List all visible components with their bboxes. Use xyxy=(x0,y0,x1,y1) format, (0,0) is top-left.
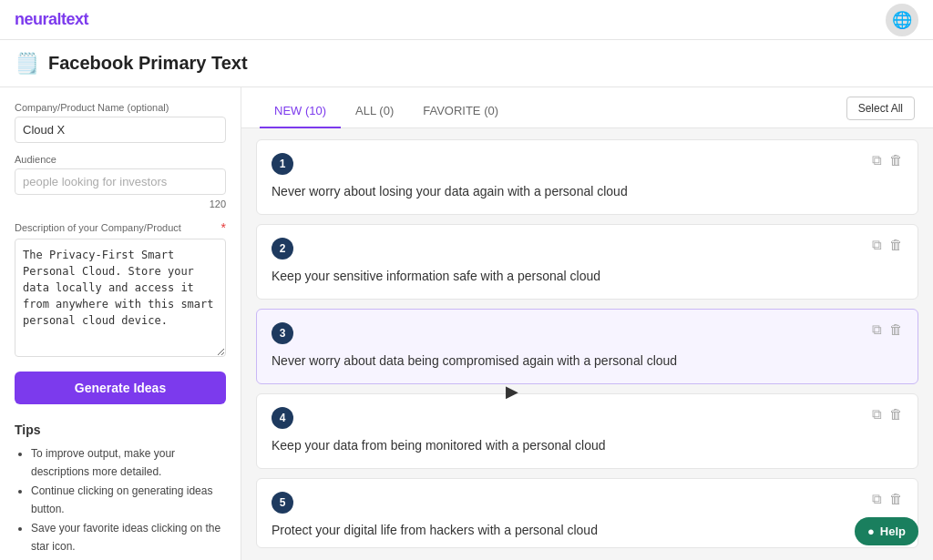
logo-prefix: neural xyxy=(15,10,61,28)
idea-card-4: 4 ⧉ 🗑 Keep your data from being monitore… xyxy=(256,393,918,469)
tip-1: To improve output, make your description… xyxy=(31,444,226,482)
tab-favorite[interactable]: FAVORITE (0) xyxy=(408,97,513,128)
idea-number-2: 2 xyxy=(272,238,293,260)
description-group: Description of your Company/Product * Th… xyxy=(15,220,226,357)
idea-3-copy-button[interactable]: ⧉ xyxy=(872,322,882,336)
page-title-bar: 🗒️ Facebook Primary Text xyxy=(0,40,933,87)
tip-2: Continue clicking on generating ideas bu… xyxy=(31,482,226,519)
tips-list: To improve output, make your description… xyxy=(15,444,226,555)
idea-4-text: Keep your data from being monitored with… xyxy=(272,436,903,455)
content-header: NEW (10) ALL (0) FAVORITE (0) Select All xyxy=(241,87,933,128)
idea-number-5: 5 xyxy=(272,492,293,514)
audience-group: Audience xyxy=(15,154,226,195)
idea-number-4: 4 xyxy=(272,407,293,429)
tip-3: Save your favorite ideas clicking on the… xyxy=(31,519,226,556)
audience-label: Audience xyxy=(15,154,226,165)
description-textarea[interactable]: The Privacy-First Smart Personal Cloud. … xyxy=(15,239,226,357)
tab-new[interactable]: NEW (10) xyxy=(260,97,341,128)
help-label: Help xyxy=(880,524,906,538)
description-label: Description of your Company/Product xyxy=(15,222,181,233)
tab-all[interactable]: ALL (0) xyxy=(341,97,408,128)
idea-card-2-header: 2 ⧉ 🗑 xyxy=(272,238,903,260)
logo: neuraltext xyxy=(15,10,88,29)
idea-card-2: 2 ⧉ 🗑 Keep your sensitive information sa… xyxy=(256,224,918,300)
idea-card-1-header: 1 ⧉ 🗑 xyxy=(272,153,903,175)
idea-card-4-header: 4 ⧉ 🗑 xyxy=(272,407,903,429)
avatar[interactable]: 🌐 xyxy=(886,4,918,36)
required-star: * xyxy=(221,220,226,235)
help-button[interactable]: ● Help xyxy=(855,517,918,545)
idea-card-5-header: 5 ⧉ 🗑 xyxy=(272,492,903,514)
tips-title: Tips xyxy=(15,423,226,437)
idea-5-actions: ⧉ 🗑 xyxy=(872,492,903,505)
idea-card-5: 5 ⧉ 🗑 Protect your digital life from hac… xyxy=(256,478,918,548)
page-title-icon: 🗒️ xyxy=(15,52,39,76)
sidebar: Company/Product Name (optional) Audience… xyxy=(0,87,241,560)
idea-3-delete-button[interactable]: 🗑 xyxy=(889,322,903,336)
audience-input[interactable] xyxy=(15,168,226,195)
idea-3-text: Never worry about data being compromised… xyxy=(272,351,903,371)
idea-2-delete-button[interactable]: 🗑 xyxy=(889,238,903,251)
main-layout: Company/Product Name (optional) Audience… xyxy=(0,87,933,560)
idea-number-3: 3 xyxy=(272,322,293,344)
tips-section: Tips To improve output, make your descri… xyxy=(15,423,226,555)
idea-2-actions: ⧉ 🗑 xyxy=(872,238,903,251)
idea-number-1: 1 xyxy=(272,153,293,175)
idea-1-text: Never worry about losing your data again… xyxy=(272,182,903,201)
company-name-group: Company/Product Name (optional) xyxy=(15,102,226,143)
ideas-list: 1 ⧉ 🗑 Never worry about losing your data… xyxy=(241,128,933,560)
idea-5-text: Protect your digital life from hackers w… xyxy=(272,521,903,540)
company-name-label: Company/Product Name (optional) xyxy=(15,102,226,113)
idea-1-actions: ⧉ 🗑 xyxy=(872,153,903,167)
header: neuraltext 🌐 xyxy=(0,0,933,40)
idea-1-delete-button[interactable]: 🗑 xyxy=(889,153,903,167)
idea-4-copy-button[interactable]: ⧉ xyxy=(872,407,882,421)
company-name-input[interactable] xyxy=(15,117,226,143)
page-title: Facebook Primary Text xyxy=(48,53,248,74)
idea-4-actions: ⧉ 🗑 xyxy=(872,407,903,421)
idea-3-actions: ⧉ 🗑 xyxy=(872,322,903,336)
char-count: 120 xyxy=(15,199,226,209)
idea-2-text: Keep your sensitive information safe wit… xyxy=(272,267,903,286)
idea-2-copy-button[interactable]: ⧉ xyxy=(872,238,882,251)
avatar-emoji: 🌐 xyxy=(892,10,912,30)
idea-5-delete-button[interactable]: 🗑 xyxy=(889,492,903,505)
idea-4-delete-button[interactable]: 🗑 xyxy=(889,407,903,421)
help-icon: ● xyxy=(867,524,875,538)
content-area: NEW (10) ALL (0) FAVORITE (0) Select All… xyxy=(241,87,933,560)
idea-card-1: 1 ⧉ 🗑 Never worry about losing your data… xyxy=(256,139,918,215)
logo-suffix: text xyxy=(61,10,88,28)
idea-1-copy-button[interactable]: ⧉ xyxy=(872,153,882,167)
tabs: NEW (10) ALL (0) FAVORITE (0) xyxy=(260,97,513,127)
idea-5-copy-button[interactable]: ⧉ xyxy=(872,492,882,505)
generate-ideas-button[interactable]: Generate Ideas xyxy=(15,372,226,404)
idea-card-3: 3 ⧉ 🗑 Never worry about data being compr… xyxy=(256,309,918,384)
select-all-button[interactable]: Select All xyxy=(846,97,915,120)
idea-card-3-header: 3 ⧉ 🗑 xyxy=(272,322,903,344)
